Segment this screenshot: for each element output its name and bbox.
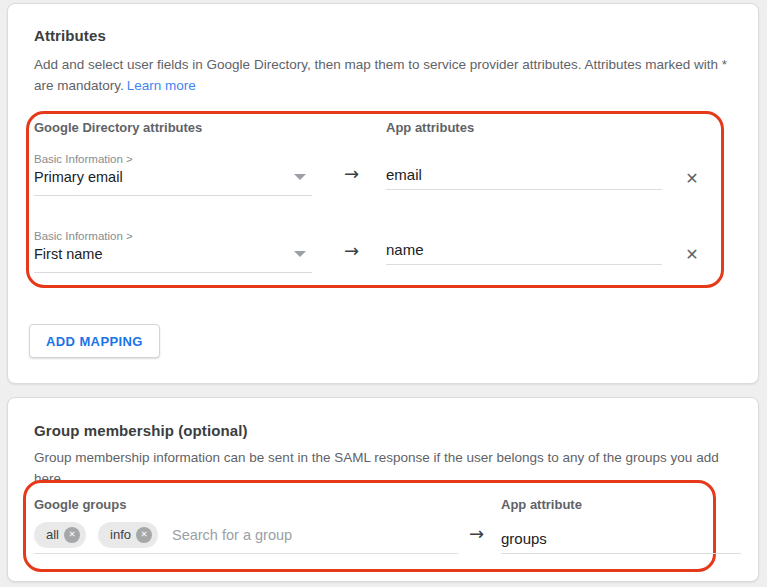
attributes-description: Add and select user fields in Google Dir… bbox=[34, 54, 734, 96]
close-icon: ✕ bbox=[685, 245, 698, 264]
group-search-field[interactable]: all ✕ info ✕ bbox=[34, 516, 458, 554]
directory-attribute-select-1[interactable]: Basic Information > First name bbox=[34, 228, 312, 273]
group-search-input[interactable] bbox=[170, 526, 458, 544]
group-membership-description: Group membership information can be sent… bbox=[34, 447, 734, 489]
page: Attributes Add and select user fields in… bbox=[0, 0, 767, 587]
app-attribute-input-1[interactable] bbox=[386, 234, 662, 265]
chevron-down-icon bbox=[294, 251, 306, 257]
add-mapping-button[interactable]: ADD MAPPING bbox=[29, 324, 160, 358]
app-attribute-input-0[interactable] bbox=[386, 159, 662, 190]
google-groups-header: Google groups bbox=[34, 497, 126, 512]
group-app-attribute-input[interactable] bbox=[501, 523, 741, 554]
mapping-arrow-icon: → bbox=[344, 165, 359, 183]
group-membership-title: Group membership (optional) bbox=[34, 422, 248, 439]
group-chip-info: info ✕ bbox=[98, 522, 158, 548]
close-icon: ✕ bbox=[685, 169, 698, 188]
chip-remove-icon[interactable]: ✕ bbox=[136, 527, 152, 543]
select-category-label: Basic Information > bbox=[34, 153, 133, 165]
chip-remove-icon[interactable]: ✕ bbox=[64, 527, 80, 543]
chip-label: all bbox=[46, 527, 59, 542]
remove-mapping-button-0[interactable]: ✕ bbox=[678, 165, 706, 193]
directory-attribute-select-0[interactable]: Basic Information > Primary email bbox=[34, 151, 312, 196]
group-membership-card: Group membership (optional) Group member… bbox=[7, 397, 759, 582]
chip-label: info bbox=[110, 527, 131, 542]
close-icon: ✕ bbox=[68, 530, 75, 539]
attributes-card: Attributes Add and select user fields in… bbox=[7, 3, 759, 384]
chevron-down-icon bbox=[294, 174, 306, 180]
learn-more-link[interactable]: Learn more bbox=[127, 78, 196, 93]
mapping-arrow-icon: → bbox=[344, 242, 359, 260]
select-value: First name bbox=[34, 246, 103, 262]
attributes-title: Attributes bbox=[34, 27, 106, 44]
group-chip-all: all ✕ bbox=[34, 522, 86, 548]
google-directory-attributes-header: Google Directory attributes bbox=[34, 120, 202, 135]
remove-mapping-button-1[interactable]: ✕ bbox=[678, 241, 706, 269]
close-icon: ✕ bbox=[140, 530, 147, 539]
app-attribute-header: App attribute bbox=[501, 497, 582, 512]
mapping-arrow-icon: → bbox=[469, 525, 484, 543]
app-attributes-header: App attributes bbox=[386, 120, 474, 135]
select-category-label: Basic Information > bbox=[34, 230, 133, 242]
select-value: Primary email bbox=[34, 169, 123, 185]
